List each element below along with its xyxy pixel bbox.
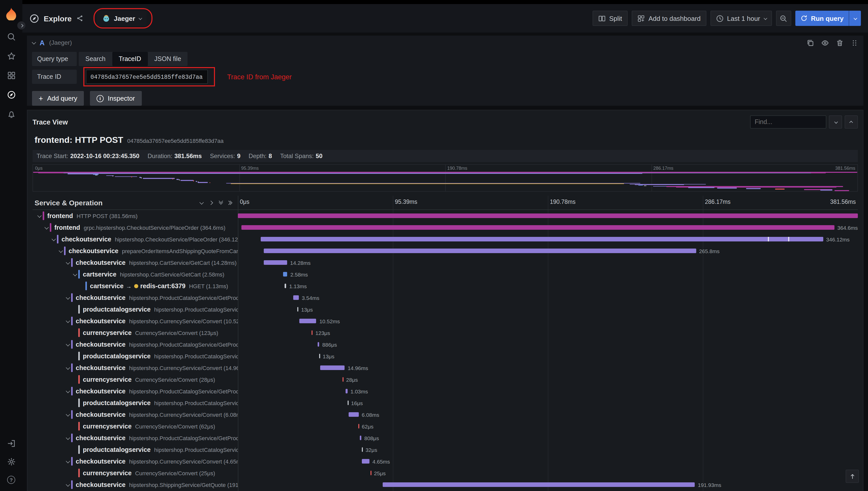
span-row[interactable]: checkoutservicehipstershop.ProductCatalo… — [32, 339, 858, 350]
delete-query-trash-icon[interactable] — [836, 39, 844, 47]
add-to-dashboard-button[interactable]: Add to dashboard — [632, 11, 706, 26]
span-row[interactable]: frontendHTTP POST (381.56ms) — [32, 210, 858, 222]
settings-gear-icon[interactable] — [7, 458, 16, 466]
span-bar[interactable] — [264, 260, 287, 265]
span-row[interactable]: productcatalogservicehipstershop.Product… — [32, 350, 858, 362]
add-query-button[interactable]: + Add query — [32, 91, 84, 106]
expand-chevron[interactable] — [57, 249, 64, 252]
span-bar[interactable] — [242, 225, 834, 230]
expand-chevron[interactable] — [71, 273, 78, 276]
span-row[interactable]: currencyserviceCurrencyService/Convert (… — [32, 420, 858, 432]
sign-in-icon[interactable] — [7, 439, 16, 448]
span-row[interactable]: checkoutservicehipstershop.CheckoutServi… — [32, 233, 858, 245]
span-bar[interactable] — [362, 447, 363, 452]
zoom-out-button[interactable] — [776, 11, 791, 26]
span-bar[interactable] — [321, 366, 345, 370]
split-button[interactable]: Split — [592, 11, 628, 26]
expand-one-button[interactable] — [209, 201, 212, 204]
sidebar-expand-button[interactable] — [17, 21, 25, 29]
run-query-dropdown[interactable] — [849, 11, 861, 26]
span-bar[interactable] — [383, 482, 695, 487]
expand-chevron[interactable] — [64, 319, 71, 322]
span-bar[interactable] — [346, 389, 348, 394]
expand-chevron[interactable] — [64, 483, 71, 486]
span-row[interactable]: productcatalogservicehipstershop.Product… — [32, 444, 858, 455]
span-bar[interactable] — [283, 272, 288, 277]
find-next-button[interactable] — [829, 115, 842, 128]
trace-id-input[interactable] — [86, 69, 208, 84]
span-bar[interactable] — [293, 295, 299, 300]
span-row[interactable]: checkoutservicehipstershop.ProductCatalo… — [32, 432, 858, 444]
inspector-button[interactable]: i Inspector — [90, 91, 142, 106]
grafana-logo-icon[interactable] — [5, 7, 18, 20]
datasource-picker[interactable]: Jaeger — [97, 11, 146, 26]
search-icon[interactable] — [7, 32, 16, 41]
span-bar[interactable] — [318, 342, 320, 347]
query-row-header[interactable]: A (Jaeger) — [27, 36, 863, 50]
span-bar[interactable] — [299, 319, 316, 323]
span-bar[interactable] — [370, 471, 371, 475]
span-row[interactable]: checkoutservicehipstershop.CurrencyServi… — [32, 455, 858, 467]
span-bar[interactable] — [264, 249, 696, 253]
collapse-query-chevron[interactable] — [32, 40, 36, 45]
collapse-one-button[interactable] — [200, 201, 203, 204]
span-bar[interactable] — [358, 424, 359, 429]
span-bar[interactable] — [238, 213, 858, 218]
time-range-picker[interactable]: Last 1 hour — [710, 11, 772, 26]
help-icon[interactable]: ? — [7, 476, 15, 484]
span-bar[interactable] — [348, 401, 349, 405]
span-row[interactable]: checkoutservicehipstershop.CurrencyServi… — [32, 362, 858, 374]
span-row[interactable]: currencyserviceCurrencyService/Convert (… — [32, 327, 858, 339]
expand-chevron[interactable] — [64, 343, 71, 346]
trace-minimap[interactable]: 0μs95.39ms190.78ms286.17ms381.56ms — [32, 164, 858, 192]
expand-chevron[interactable] — [64, 366, 71, 369]
expand-chevron[interactable] — [64, 413, 71, 416]
span-row[interactable]: productcatalogservicehipstershop.Product… — [32, 304, 858, 315]
run-query-button[interactable]: Run query — [795, 11, 861, 26]
starred-icon[interactable] — [7, 52, 16, 60]
span-bar[interactable] — [342, 377, 343, 382]
expand-chevron[interactable] — [50, 238, 57, 241]
expand-chevron[interactable] — [64, 261, 71, 264]
span-row[interactable]: checkoutservicehipstershop.ProductCatalo… — [32, 292, 858, 304]
expand-chevron[interactable] — [64, 436, 71, 439]
query-type-traceid[interactable]: TraceID — [112, 52, 148, 66]
duplicate-query-icon[interactable] — [807, 39, 814, 47]
toggle-visibility-eye-icon[interactable] — [821, 39, 829, 47]
alerting-bell-icon[interactable] — [7, 110, 16, 118]
find-prev-button[interactable] — [845, 115, 858, 128]
span-bar[interactable] — [360, 436, 361, 440]
span-bar[interactable] — [285, 284, 286, 288]
span-row[interactable]: currencyserviceCurrencyService/Convert (… — [32, 374, 858, 385]
expand-chevron[interactable] — [64, 296, 71, 299]
expand-chevron[interactable] — [64, 460, 71, 463]
share-icon[interactable] — [76, 15, 83, 22]
span-row[interactable]: currencyserviceCurrencyService/Convert (… — [32, 467, 858, 479]
expand-all-button[interactable] — [229, 201, 232, 204]
scroll-to-top-button[interactable] — [846, 470, 859, 483]
query-type-search[interactable]: Search — [79, 52, 112, 66]
query-type-jsonfile[interactable]: JSON file — [148, 52, 188, 66]
explore-compass-icon[interactable] — [7, 90, 16, 99]
span-row[interactable]: cartservicehipstershop.CartService/GetCa… — [32, 268, 858, 280]
span-row[interactable]: checkoutservicehipstershop.ShippingServi… — [32, 479, 858, 490]
span-row[interactable]: checkoutservicehipstershop.CurrencyServi… — [32, 315, 858, 327]
dashboards-icon[interactable] — [7, 71, 16, 80]
span-row[interactable]: checkoutservicehipstershop.ProductCatalo… — [32, 385, 858, 397]
span-bar[interactable] — [297, 307, 298, 312]
span-row[interactable]: checkoutservicehipstershop.CurrencyServi… — [32, 409, 858, 420]
span-row[interactable]: productcatalogservicehipstershop.Product… — [32, 397, 858, 409]
find-input[interactable] — [750, 115, 826, 128]
expand-chevron[interactable] — [36, 214, 43, 217]
expand-chevron[interactable] — [43, 226, 50, 229]
span-bar[interactable] — [311, 330, 312, 335]
span-bar[interactable] — [362, 459, 369, 464]
span-bar[interactable] — [349, 412, 359, 417]
span-row[interactable]: checkoutserviceprepareOrderItemsAndShipp… — [32, 245, 858, 257]
span-row[interactable]: checkoutservicehipstershop.CartService/G… — [32, 257, 858, 268]
drag-handle-grip-icon[interactable] — [851, 39, 858, 47]
span-row[interactable]: frontendgrpc.hipstershop.CheckoutService… — [32, 222, 858, 233]
collapse-all-button[interactable] — [219, 201, 222, 204]
expand-chevron[interactable] — [64, 389, 71, 393]
span-bar[interactable] — [319, 354, 320, 358]
